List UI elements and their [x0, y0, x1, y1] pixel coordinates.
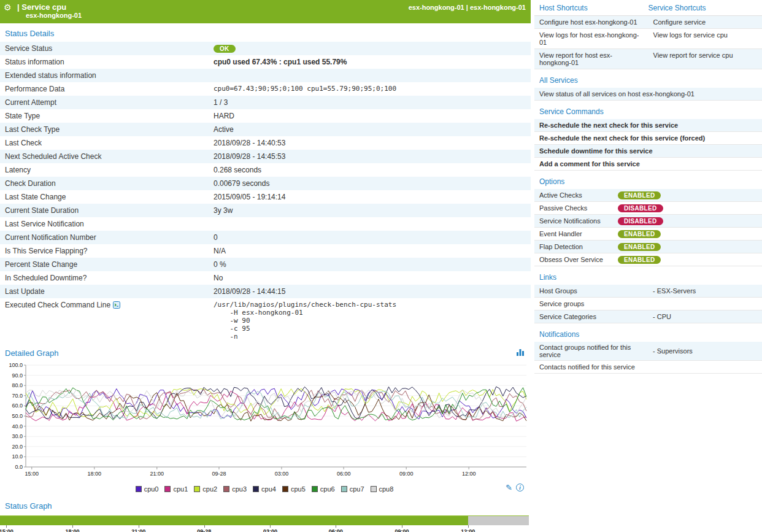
svg-text:09:00: 09:00 — [399, 471, 414, 477]
host-shortcut-link[interactable]: View logs for host esx-hongkong-01 — [534, 29, 648, 48]
status-details-heading[interactable]: Status Details — [0, 23, 59, 42]
status-tick-mark — [204, 525, 205, 528]
status-row: Last Update2018/09/28 - 14:44:15 — [0, 285, 531, 298]
status-row-value: 3y 3w — [209, 204, 531, 217]
host-shortcuts-heading[interactable]: Host Shortcuts — [539, 4, 648, 12]
legend-swatch — [282, 486, 288, 492]
option-state-badge[interactable]: ENABLED — [618, 230, 661, 238]
status-tick-mark — [6, 525, 7, 528]
service-command-link[interactable]: Re-schedule the next check for this serv… — [534, 119, 762, 132]
status-row: Executed Check Command Line/usr/lib/nagi… — [0, 298, 531, 343]
service-shortcut-link[interactable]: View report for service cpu — [648, 49, 762, 69]
service-status-badge: OK — [214, 45, 236, 53]
status-row: Current Notification Number0 — [0, 231, 531, 244]
status-row-label: Current Attempt — [0, 96, 209, 109]
svg-text:90.0: 90.0 — [12, 372, 23, 379]
shortcut-row: View logs for host esx-hongkong-01View l… — [534, 29, 762, 49]
status-row: Extended status information — [0, 69, 531, 82]
option-state-badge[interactable]: DISABLED — [618, 204, 663, 212]
service-shortcut-link[interactable]: View logs for service cpu — [648, 29, 762, 48]
service-shortcut-link[interactable]: Configure service — [648, 16, 762, 28]
notifications-heading[interactable]: Notifications — [534, 323, 762, 342]
legend-item: cpu7 — [341, 485, 364, 493]
status-segment-no-data — [468, 516, 529, 525]
graph-tools: ✎ i — [506, 483, 524, 492]
host-shortcut-link[interactable]: View report for host esx-hongkong-01 — [534, 49, 648, 69]
status-details-table: Service StatusOKStatus informationcpu0 u… — [0, 42, 531, 343]
status-graph-heading[interactable]: Status Graph — [0, 496, 57, 514]
status-tick-mark — [468, 525, 469, 528]
option-row: Service NotificationsDISABLED — [534, 215, 762, 228]
option-label: Obsess Over Service — [539, 256, 618, 263]
svg-text:06:00: 06:00 — [337, 471, 351, 477]
service-commands-heading[interactable]: Service Commands — [534, 101, 762, 119]
legend-label: cpu0 — [144, 485, 159, 493]
all-services-link[interactable]: View status of all services on host esx-… — [534, 88, 762, 101]
status-tick-label: 06:00 — [329, 528, 343, 532]
notification-label: Contact groups notified for this service — [539, 344, 653, 358]
host-shortcut-link[interactable]: Configure host esx-hongkong-01 — [534, 16, 648, 28]
status-timeline-axis: 15:0018:0021:0009-2803:0006:0009:0012:00 — [0, 525, 529, 532]
option-state-badge[interactable]: ENABLED — [618, 191, 661, 199]
option-state-badge[interactable]: DISABLED — [618, 217, 663, 225]
service-command-link[interactable]: Re-schedule the next check for this serv… — [534, 132, 762, 145]
legend-item: cpu4 — [253, 485, 276, 493]
detailed-graph: 0.010.020.030.040.050.060.070.080.090.01… — [1, 361, 530, 482]
status-row-value: OK — [209, 42, 531, 55]
svg-text:15:00: 15:00 — [25, 471, 39, 477]
status-row: Current State Duration3y 3w — [0, 204, 531, 217]
header-host-link[interactable]: esx-hongkong-01 — [470, 4, 526, 11]
status-tick-mark — [72, 525, 73, 528]
bar-chart-icon[interactable] — [516, 348, 525, 358]
status-row-value: 0.00679 seconds — [209, 177, 531, 190]
status-row: Last Check TypeActive — [0, 123, 531, 136]
option-row: Passive ChecksDISABLED — [534, 202, 762, 215]
legend-swatch — [194, 486, 200, 492]
notification-value[interactable]: - Supervisors — [653, 347, 693, 355]
links-heading[interactable]: Links — [534, 266, 762, 285]
status-row-label: In Scheduled Downtime? — [0, 271, 209, 285]
edit-graph-icon[interactable]: ✎ — [506, 483, 512, 492]
legend-label: cpu4 — [261, 485, 276, 493]
link-row: Host Groups- ESX-Servers — [534, 285, 762, 298]
header-host-link[interactable]: esx-hongkong-01 — [409, 4, 464, 11]
service-command-link[interactable]: Schedule downtime for this service — [534, 145, 762, 158]
header-host-links: esx-hongkong-01 | esx-hongkong-01 — [409, 4, 526, 11]
status-row-value: 0 — [209, 231, 531, 244]
legend-item: cpu8 — [371, 485, 394, 493]
status-row-label: Last Check Type — [0, 123, 209, 136]
status-row-label: Service Status — [0, 42, 209, 55]
graph-legend: cpu0cpu1cpu2cpu3cpu4cpu5cpu6cpu7cpu8 — [0, 482, 529, 496]
legend-swatch — [253, 486, 259, 492]
svg-text:80.0: 80.0 — [12, 382, 23, 388]
svg-text:60.0: 60.0 — [12, 403, 23, 409]
service-command-link[interactable]: Add a comment for this service — [534, 158, 762, 171]
status-row-value: 1 / 3 — [209, 96, 531, 109]
svg-text:20.0: 20.0 — [12, 444, 23, 450]
command-icon[interactable] — [113, 301, 120, 310]
status-graph: 15:0018:0021:0009-2803:0006:0009:0012:00 — [0, 515, 529, 532]
gear-icon[interactable]: ⚙ — [4, 2, 12, 12]
shortcut-row: View report for host esx-hongkong-01View… — [534, 49, 762, 69]
sidebar: Host ShortcutsService ShortcutsConfigure… — [534, 0, 762, 532]
option-state-badge[interactable]: ENABLED — [618, 243, 661, 251]
status-row-label: Current Notification Number — [0, 231, 209, 244]
link-value[interactable]: - ESX-Servers — [653, 287, 696, 295]
legend-swatch — [223, 486, 229, 492]
option-state-badge[interactable]: ENABLED — [618, 256, 661, 264]
status-row-label: Current State Duration — [0, 204, 209, 217]
service-shortcuts-heading[interactable]: Service Shortcuts — [648, 4, 758, 12]
detailed-graph-heading[interactable]: Detailed Graph — [0, 343, 63, 361]
status-row: State TypeHARD — [0, 109, 531, 123]
info-icon[interactable]: i — [516, 484, 524, 492]
legend-label: cpu5 — [291, 485, 306, 493]
status-timeline-bar — [0, 515, 529, 525]
legend-label: cpu3 — [232, 485, 247, 493]
status-row-value — [209, 217, 531, 222]
link-value[interactable]: - CPU — [653, 313, 671, 320]
status-row: Performance Datacpu0=67.43;90;95;0;100 c… — [0, 82, 531, 96]
options-heading[interactable]: Options — [534, 171, 762, 189]
status-row-value: 2018/09/28 - 14:44:15 — [209, 285, 531, 298]
status-row: Is This Service Flapping?N/A — [0, 244, 531, 258]
all-services-heading[interactable]: All Services — [534, 69, 762, 88]
